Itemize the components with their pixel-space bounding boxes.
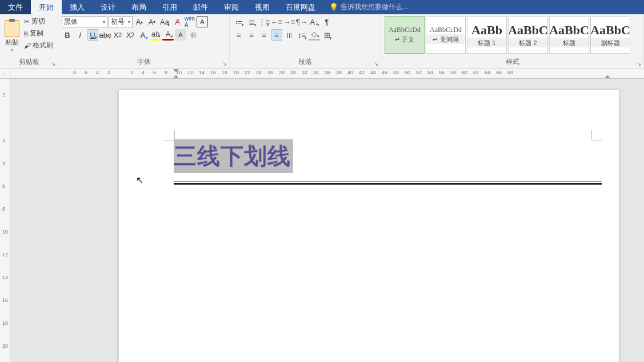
- styles-launcher[interactable]: ↘: [637, 61, 641, 67]
- style-item-3[interactable]: AaBbC标题 2: [508, 16, 548, 54]
- ruler-v-tick: 6: [2, 183, 5, 189]
- tell-me-search[interactable]: 💡 告诉我您想要做什么...: [323, 0, 414, 14]
- styles-gallery[interactable]: AaBbCcDd↵ 正文AaBbCcDd↵ 无间隔AaBb标题 1AaBbC标题…: [385, 16, 640, 54]
- tab-view[interactable]: 视图: [247, 0, 278, 14]
- style-name: 标题: [550, 38, 589, 47]
- style-item-0[interactable]: AaBbCcDd↵ 正文: [385, 16, 425, 54]
- tab-file[interactable]: 文件: [0, 0, 31, 14]
- indent-first-line-marker[interactable]: [173, 69, 179, 73]
- font-launcher[interactable]: ↘: [222, 61, 227, 67]
- style-name: 副标题: [591, 38, 630, 47]
- ruler-horizontal[interactable]: 8642246810121416182022242628303234363840…: [10, 69, 644, 79]
- paragraph-launcher[interactable]: ↘: [374, 61, 378, 67]
- ltr-button[interactable]: ¶→: [296, 16, 307, 27]
- multilevel-list-button[interactable]: ⋮≡▾: [258, 16, 270, 27]
- shading-button[interactable]: ◇▾: [309, 29, 320, 41]
- align-center-button[interactable]: ≡: [246, 29, 257, 41]
- change-case-button[interactable]: Aa▾: [159, 16, 170, 27]
- strikethrough-button[interactable]: abc: [99, 29, 111, 41]
- paste-icon: [5, 20, 19, 37]
- document-canvas[interactable]: 三线下划线 ↖: [10, 79, 644, 362]
- enclose-char-button[interactable]: ㊓: [187, 29, 199, 41]
- superscript-button[interactable]: X2: [125, 29, 136, 41]
- subscript-button[interactable]: X2: [112, 29, 123, 41]
- ribbon: 粘贴 ▾ ✂ 剪切 ⎘ 复制 🖌 格式刷 剪贴板↘: [0, 14, 644, 69]
- style-item-2[interactable]: AaBb标题 1: [467, 16, 507, 54]
- document-text-selection[interactable]: 三线下划线: [174, 139, 293, 173]
- char-shading-button[interactable]: A: [175, 29, 186, 41]
- ruler-h-tick: 62: [473, 70, 479, 75]
- char-border-button[interactable]: A: [197, 16, 208, 27]
- sort-button[interactable]: A↓▾: [309, 16, 320, 27]
- style-name: 标题 2: [509, 38, 547, 47]
- font-name-combo[interactable]: 黑体▾: [62, 16, 107, 27]
- ruler-h-tick: 50: [405, 70, 410, 75]
- indent-right-marker[interactable]: [605, 75, 610, 78]
- ribbon-tabs: 文件 开始 插入 设计 布局 引用 邮件 审阅 视图 百度网盘 💡 告诉我您想要…: [0, 0, 644, 14]
- underline-button[interactable]: U▾: [87, 29, 98, 41]
- tab-design[interactable]: 设计: [93, 0, 123, 14]
- scissors-icon: ✂: [24, 18, 30, 26]
- cut-button[interactable]: ✂ 剪切: [23, 16, 54, 27]
- ruler-h-tick: 12: [187, 70, 193, 75]
- ruler-vertical[interactable]: 22468101214161820: [0, 79, 10, 362]
- ruler-v-tick: 2: [2, 92, 5, 98]
- ruler-h-tick: 20: [233, 70, 239, 75]
- style-item-5[interactable]: AaBbC副标题: [590, 16, 630, 54]
- align-justify-button[interactable]: ≡: [271, 29, 282, 41]
- triple-underline: [174, 182, 602, 185]
- bullets-button[interactable]: ≔▾: [233, 16, 245, 27]
- tab-review[interactable]: 审阅: [216, 0, 247, 14]
- ruler-h-tick: 24: [256, 70, 262, 75]
- font-size-combo[interactable]: 初号▾: [109, 16, 133, 27]
- numbering-button[interactable]: ≣▾: [246, 16, 257, 27]
- bold-button[interactable]: B: [62, 29, 73, 41]
- ruler-v-tick: 18: [2, 320, 8, 326]
- increase-indent-button[interactable]: →≡: [283, 16, 295, 27]
- font-color-button[interactable]: A▾: [162, 29, 174, 41]
- tab-baidu[interactable]: 百度网盘: [278, 0, 323, 14]
- indent-left-marker[interactable]: [173, 75, 179, 78]
- ruler-h-tick: 4: [142, 70, 145, 75]
- tell-me-text: 告诉我您想要做什么...: [341, 2, 408, 12]
- style-item-4[interactable]: AaBbC标题: [549, 16, 589, 54]
- paste-button[interactable]: 粘贴 ▾: [3, 16, 21, 56]
- page[interactable]: 三线下划线: [119, 90, 619, 362]
- clear-formatting-button[interactable]: A̸: [171, 16, 183, 27]
- copy-button[interactable]: ⎘ 复制: [23, 28, 54, 39]
- shrink-font-button[interactable]: A▾: [146, 16, 158, 27]
- decrease-indent-button[interactable]: ←≡: [271, 16, 282, 27]
- ruler-h-tick: 2: [107, 70, 110, 75]
- text-effects-button[interactable]: A▾: [137, 29, 149, 41]
- ruler-h-tick: 6: [153, 70, 156, 75]
- show-marks-button[interactable]: ¶: [321, 16, 333, 27]
- style-name: ↵ 无间隔: [426, 34, 465, 44]
- ruler-corner[interactable]: ∟: [0, 69, 10, 79]
- margin-mark-tr: [591, 130, 602, 140]
- ruler-h-tick: 34: [313, 70, 319, 75]
- format-painter-button[interactable]: 🖌 格式刷: [23, 40, 54, 51]
- line-spacing-button[interactable]: ↕≡▾: [296, 29, 307, 41]
- clipboard-launcher[interactable]: ↘: [51, 61, 55, 67]
- tab-references[interactable]: 引用: [154, 0, 185, 14]
- align-left-button[interactable]: ≡: [233, 29, 245, 41]
- align-right-button[interactable]: ≡: [258, 29, 270, 41]
- grow-font-button[interactable]: A▴: [134, 16, 145, 27]
- paste-label: 粘贴: [5, 38, 19, 47]
- phonetic-guide-button[interactable]: wénA: [184, 16, 195, 27]
- ruler-h-tick: 26: [267, 70, 273, 75]
- borders-button[interactable]: ⊞▾: [321, 29, 333, 41]
- tab-mailings[interactable]: 邮件: [185, 0, 216, 14]
- italic-button[interactable]: I: [74, 29, 86, 41]
- highlight-button[interactable]: ab▾: [150, 29, 161, 41]
- tab-insert[interactable]: 插入: [62, 0, 93, 14]
- ruler-h-tick: 68: [507, 70, 513, 75]
- font-group-label: 字体: [137, 58, 151, 66]
- tab-home[interactable]: 开始: [31, 0, 62, 14]
- ruler-v-tick: 20: [2, 343, 8, 349]
- tab-layout[interactable]: 布局: [123, 0, 154, 14]
- style-preview: AaBb: [471, 23, 502, 38]
- align-distribute-button[interactable]: ⫼: [283, 29, 295, 41]
- ruler-v-tick: 10: [2, 229, 8, 235]
- style-item-1[interactable]: AaBbCcDd↵ 无间隔: [426, 16, 466, 54]
